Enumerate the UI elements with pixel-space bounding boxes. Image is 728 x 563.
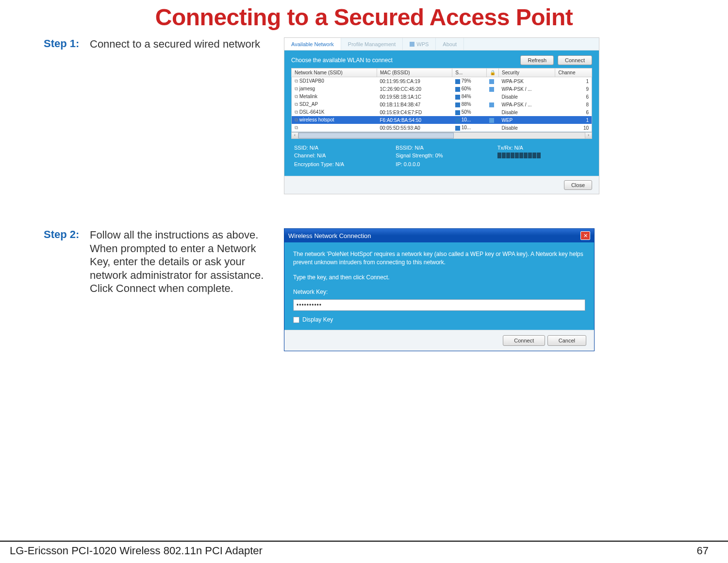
- info-txrx: Tx/Rx: N/A: [497, 145, 589, 151]
- display-key-checkbox[interactable]: [293, 317, 299, 323]
- info-bssid: BSSID: N/A: [396, 145, 487, 151]
- network-table[interactable]: Network Name (SSID) MAC (BSSID) S... 🔒 S…: [291, 68, 592, 132]
- step-1-row: Step 1: Connect to a secured wired netwo…: [44, 37, 709, 194]
- col-security[interactable]: Security: [498, 68, 555, 77]
- col-ssid[interactable]: Network Name (SSID): [292, 68, 377, 77]
- tab-available-network[interactable]: Available Network: [284, 38, 341, 50]
- page-title: Connecting to a Secured Access Point: [0, 4, 728, 31]
- page-footer: LG-Ericsson PCI-1020 Wireless 802.11n PC…: [0, 541, 728, 557]
- wlan-utility-window: Available Network Profile Management WPS…: [284, 37, 599, 194]
- scroll-right-arrow-icon[interactable]: ›: [585, 133, 592, 138]
- refresh-button[interactable]: Refresh: [520, 55, 554, 65]
- wlan-choose-caption: Choose the available WLAN to connect: [291, 57, 393, 64]
- info-channel: Channel: N/A: [294, 153, 386, 159]
- step-2-text: Follow all the instructions as above. Wh…: [90, 228, 274, 295]
- footer-product-name: LG-Ericsson PCI-1020 Wireless 802.11n PC…: [10, 545, 263, 557]
- table-row[interactable]: ⧉ wireless hotspotF6:A0:5A:BA:54:5010...…: [292, 116, 592, 124]
- table-row[interactable]: ⧉ 00:05:5D:55:93:A010...Disable10: [292, 124, 592, 132]
- table-row[interactable]: ⧉ DSL-6641K00:15:E9:C4:E7:FD50%Disable6: [292, 108, 592, 116]
- step-2-label: Step 2:: [44, 228, 80, 241]
- col-mac[interactable]: MAC (BSSID): [377, 68, 452, 77]
- table-row[interactable]: ⧉ jamesg1C:26:90:CC:45:2060%WPA-PSK / ..…: [292, 85, 592, 93]
- network-key-label: Network Key:: [293, 288, 585, 296]
- info-ssid: SSID: N/A: [294, 145, 386, 151]
- dialog-body-1: The network 'PoleNet HotSpot' requires a…: [293, 250, 585, 267]
- tab-about[interactable]: About: [436, 38, 464, 50]
- tab-profile-management[interactable]: Profile Management: [341, 38, 403, 50]
- dialog-cancel-button[interactable]: Cancel: [547, 335, 586, 346]
- info-ip: IP: 0.0.0.0: [396, 161, 487, 167]
- step-1-text: Connect to a secured wired network: [90, 37, 274, 51]
- dialog-connect-button[interactable]: Connect: [503, 335, 545, 346]
- info-encryption: Encryption Type: N/A: [294, 161, 386, 167]
- step-2-row: Step 2: Follow all the instructions as a…: [44, 228, 709, 351]
- info-signal: Signal Strength: 0%: [396, 153, 487, 159]
- close-button[interactable]: Close: [564, 180, 592, 190]
- wps-icon: [410, 42, 414, 47]
- scroll-thumb[interactable]: [298, 133, 454, 138]
- close-icon[interactable]: ✕: [580, 231, 590, 240]
- wireless-connection-dialog: Wireless Network Connection ✕ The networ…: [284, 228, 595, 351]
- col-lock[interactable]: 🔒: [486, 68, 498, 77]
- table-row[interactable]: ⧉ SD1VAPB000:11:95:95:CA:1979%WPA-PSK1: [292, 77, 592, 85]
- display-key-label: Display Key: [302, 316, 333, 324]
- connect-button[interactable]: Connect: [558, 55, 592, 65]
- step-1-label: Step 1:: [44, 37, 80, 50]
- scroll-left-arrow-icon[interactable]: ‹: [292, 133, 298, 138]
- table-row[interactable]: ⧉ Metalink00:19:5B:1B:1A:1C84%Disable6: [292, 93, 592, 101]
- tab-wps[interactable]: WPS: [403, 38, 436, 50]
- col-channel[interactable]: Channe: [555, 68, 592, 77]
- network-key-input[interactable]: [293, 299, 585, 311]
- table-horizontal-scrollbar[interactable]: ‹ ›: [291, 132, 592, 139]
- footer-page-number: 67: [697, 545, 709, 557]
- col-signal[interactable]: S...: [452, 68, 487, 77]
- dialog-body-2: Type the key, and then click Connect.: [293, 273, 585, 282]
- dialog-title: Wireless Network Connection: [288, 232, 371, 239]
- table-row[interactable]: ⧉ SD2_AP00:1B:11:B4:3B:4788%WPA-PSK / ..…: [292, 101, 592, 108]
- info-txrx-bars: [497, 153, 589, 159]
